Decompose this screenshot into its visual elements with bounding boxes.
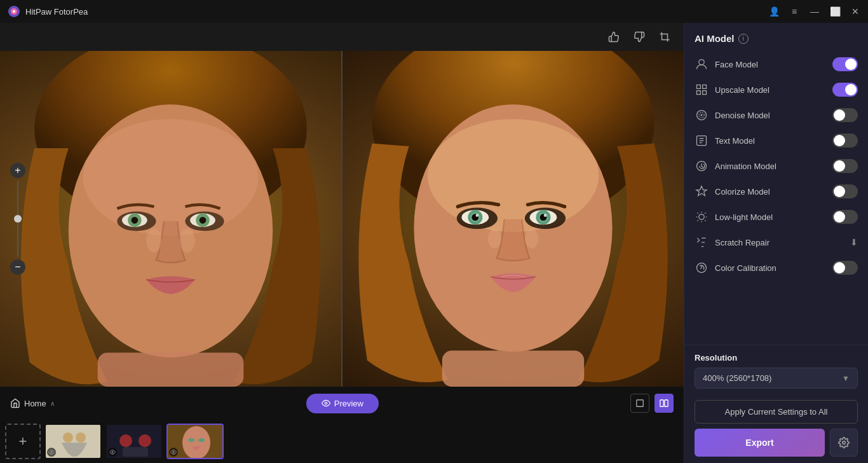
- svg-point-53: [198, 438, 205, 442]
- resolution-label: Resolution: [695, 353, 858, 363]
- panel-footer: Apply Current Settings to All Export: [684, 394, 868, 463]
- right-panel: AI Model i Face Model Upscale Model: [684, 23, 868, 463]
- crop-button[interactable]: [656, 28, 674, 46]
- svg-point-54: [173, 452, 175, 453]
- svg-point-17: [179, 229, 194, 252]
- single-view-button[interactable]: [630, 394, 649, 413]
- thumbs-up-button[interactable]: [605, 28, 623, 46]
- face-model-toggle[interactable]: [832, 57, 858, 71]
- color-calibration-item: Color Calibration: [684, 255, 868, 280]
- zoom-controls: + −: [10, 163, 25, 275]
- preview-label: Preview: [334, 399, 363, 408]
- model-list: Face Model Upscale Model Denoise Model: [684, 49, 868, 345]
- apply-all-button[interactable]: Apply Current Settings to All: [695, 400, 858, 424]
- resolution-value: 400% (2560*1708): [703, 373, 771, 383]
- svg-point-14: [200, 217, 207, 224]
- thumbs-down-button[interactable]: [630, 28, 648, 46]
- export-row: Export: [695, 429, 858, 457]
- text-model-label: Text Model: [715, 136, 826, 146]
- svg-point-51: [182, 426, 210, 459]
- upscale-model-item: Upscale Model: [684, 77, 868, 102]
- denoise-model-item: Denoise Model: [684, 102, 868, 128]
- zoom-slider-track: [17, 181, 18, 257]
- svg-point-33: [544, 214, 547, 217]
- scratch-repair-download-icon[interactable]: ⬇: [850, 237, 858, 247]
- upscale-model-toggle[interactable]: [832, 83, 858, 97]
- color-calibration-toggle[interactable]: [832, 261, 858, 275]
- svg-rect-38: [637, 400, 644, 407]
- zoom-slider-thumb[interactable]: [14, 215, 22, 223]
- scratch-repair-label: Scratch Repair: [715, 238, 844, 247]
- titlebar: HitPaw FotorPea 👤 ≡ — ⬜ ✕: [0, 0, 868, 23]
- ai-model-info-icon[interactable]: i: [738, 34, 749, 44]
- denoise-model-label: Denoise Model: [715, 111, 826, 120]
- svg-point-35: [488, 229, 501, 249]
- colorize-model-toggle[interactable]: [832, 184, 858, 198]
- svg-point-37: [325, 402, 327, 404]
- zoom-in-button[interactable]: +: [10, 163, 25, 178]
- text-model-item: Text Model: [684, 128, 868, 153]
- animation-model-toggle[interactable]: [832, 159, 858, 173]
- colorize-model-icon: [695, 184, 709, 198]
- lowlight-model-toggle[interactable]: [832, 210, 858, 224]
- face-model-label: Face Model: [715, 60, 826, 69]
- home-button[interactable]: Home ∧: [10, 398, 55, 408]
- menu-icon[interactable]: ≡: [789, 6, 799, 17]
- svg-rect-57: [703, 85, 707, 89]
- svg-point-49: [112, 452, 114, 453]
- denoise-model-icon: [695, 108, 709, 122]
- scratch-repair-icon: [695, 235, 709, 249]
- preview-button[interactable]: Preview: [306, 394, 379, 413]
- add-image-button[interactable]: +: [5, 424, 41, 459]
- export-settings-button[interactable]: [830, 429, 858, 457]
- color-calibration-icon: [695, 261, 709, 275]
- svg-point-46: [119, 434, 132, 447]
- svg-point-32: [476, 214, 479, 217]
- zoom-out-button[interactable]: −: [10, 259, 25, 275]
- denoise-model-toggle[interactable]: [832, 108, 858, 122]
- ai-model-title: AI Model: [695, 33, 735, 44]
- svg-point-62: [701, 114, 702, 116]
- lowlight-model-icon: [695, 210, 709, 224]
- scratch-repair-item: Scratch Repair ⬇: [684, 230, 868, 255]
- color-calibration-label: Color Calibration: [715, 263, 826, 273]
- thumbnail-1[interactable]: [44, 424, 102, 459]
- thumbnail-3[interactable]: [166, 424, 224, 459]
- window-controls: 👤 ≡ — ⬜ ✕: [769, 6, 860, 17]
- app-logo: [8, 5, 20, 18]
- svg-point-67: [843, 441, 846, 445]
- face-model-item: Face Model: [684, 52, 868, 77]
- svg-rect-15: [98, 352, 244, 387]
- face-model-icon: [695, 57, 709, 71]
- image-comparison: [0, 51, 684, 387]
- svg-point-2: [13, 10, 15, 13]
- profile-icon[interactable]: 👤: [769, 6, 779, 17]
- thumbnail-2[interactable]: [105, 424, 163, 459]
- after-image-panel: [342, 51, 684, 387]
- svg-rect-40: [665, 400, 668, 407]
- close-button[interactable]: ✕: [850, 6, 860, 17]
- resolution-dropdown[interactable]: 400% (2560*1708) ▼: [695, 368, 858, 389]
- before-image-panel: [0, 51, 341, 387]
- export-button[interactable]: Export: [695, 429, 825, 457]
- svg-point-44: [51, 452, 53, 453]
- maximize-button[interactable]: ⬜: [830, 6, 840, 17]
- colorize-model-label: Colorize Model: [715, 187, 826, 197]
- lowlight-model-item: Low-light Model: [684, 204, 868, 230]
- split-view-button[interactable]: [654, 394, 674, 413]
- view-toggle: [630, 394, 674, 413]
- svg-point-16: [146, 229, 161, 252]
- svg-rect-58: [697, 91, 701, 95]
- text-model-toggle[interactable]: [832, 134, 858, 148]
- home-chevron: ∧: [50, 400, 55, 407]
- colorize-model-item: Colorize Model: [684, 179, 868, 204]
- svg-rect-59: [703, 91, 707, 95]
- image-toolbar: [0, 23, 684, 51]
- svg-rect-56: [697, 85, 701, 89]
- bottom-area: Home ∧ Preview: [0, 387, 684, 463]
- svg-point-42: [63, 432, 73, 443]
- minimize-button[interactable]: —: [810, 6, 820, 17]
- content-area: + −: [0, 23, 684, 463]
- svg-rect-34: [442, 350, 584, 387]
- app-title: HitPaw FotorPea: [25, 7, 769, 17]
